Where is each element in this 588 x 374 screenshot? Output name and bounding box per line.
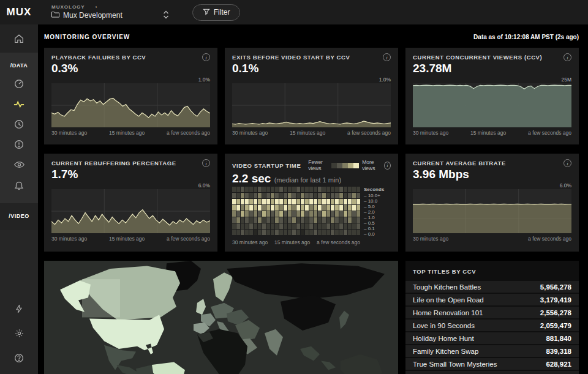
top-title-row[interactable]: Life on the Open Road3,179,419 bbox=[405, 294, 579, 305]
heatmap-cell bbox=[292, 187, 296, 192]
heatmap-cell bbox=[275, 199, 279, 204]
heatmap-axis-tick: – 1.0 bbox=[364, 215, 391, 220]
org-selector-icon[interactable] bbox=[163, 10, 169, 21]
top-title-row[interactable]: Family Kitchen Swap839,318 bbox=[405, 345, 579, 357]
area-chart[interactable] bbox=[232, 83, 391, 127]
top-title-row[interactable]: Holiday Home Hunt881,840 bbox=[405, 332, 579, 344]
heatmap-cell bbox=[232, 223, 236, 229]
heatmap-cell bbox=[335, 230, 339, 235]
map-region-china[interactable] bbox=[281, 295, 336, 331]
zap-icon[interactable] bbox=[7, 299, 31, 319]
funnel-icon bbox=[203, 8, 210, 17]
heatmap-cell bbox=[326, 217, 330, 223]
area-chart[interactable] bbox=[413, 83, 571, 127]
heatmap-cell bbox=[309, 199, 313, 204]
top-title-row[interactable]: Tough Kitchen Battles5,956,278 bbox=[405, 281, 579, 293]
heatmap-cell bbox=[262, 187, 266, 192]
gear-icon[interactable] bbox=[7, 323, 31, 343]
card-title: PLAYBACK FAILURES BY CCV bbox=[51, 54, 146, 61]
heatmap-cell bbox=[292, 199, 296, 204]
legend-fewer-label: Fewer views bbox=[308, 159, 328, 171]
startup-time-heatmap[interactable] bbox=[232, 187, 360, 237]
info-icon[interactable]: i bbox=[564, 159, 571, 167]
heatmap-cell bbox=[262, 230, 266, 235]
x-axis-label: a few seconds ago bbox=[347, 130, 391, 136]
map-region-japan[interactable] bbox=[339, 311, 349, 329]
heatmap-cell bbox=[305, 223, 309, 229]
area-chart[interactable] bbox=[51, 83, 210, 127]
alert-icon[interactable] bbox=[7, 134, 31, 154]
map-region-india[interactable] bbox=[265, 329, 283, 356]
home-icon[interactable] bbox=[7, 29, 31, 49]
heatmap-cell bbox=[284, 211, 287, 217]
heatmap-cell bbox=[232, 217, 236, 223]
map-region-usa[interactable] bbox=[89, 315, 164, 354]
card-playback-failures: PLAYBACK FAILURES BY CCV i 0.3% 1.0% 30 … bbox=[44, 48, 217, 144]
heatmap-cell bbox=[258, 193, 262, 198]
top-title-row[interactable]: Home Renovation 1012,556,278 bbox=[405, 307, 579, 318]
gauge-icon[interactable] bbox=[7, 73, 31, 94]
heatmap-cell bbox=[232, 205, 236, 211]
eye-icon[interactable] bbox=[7, 154, 31, 174]
heatmap-cell bbox=[339, 205, 343, 211]
area-chart[interactable] bbox=[413, 189, 571, 233]
heatmap-cell bbox=[305, 211, 309, 217]
heatmap-cell bbox=[318, 205, 322, 211]
heatmap-cell bbox=[232, 187, 236, 192]
map-region-russia[interactable] bbox=[227, 263, 385, 299]
map-region-australia[interactable] bbox=[341, 354, 382, 374]
top-title-row[interactable]: True Small Town Mysteries628,921 bbox=[405, 358, 579, 370]
heatmap-cell bbox=[284, 187, 287, 192]
heatmap-cell bbox=[249, 205, 253, 211]
heatmap-cell bbox=[266, 193, 270, 198]
info-icon[interactable]: i bbox=[202, 159, 210, 167]
heatmap-cell bbox=[344, 187, 347, 192]
heatmap-cell bbox=[232, 199, 236, 204]
heatmap-cell bbox=[288, 193, 292, 198]
y-axis-max: 6.0% bbox=[51, 182, 210, 189]
top-title-row[interactable] bbox=[405, 371, 579, 374]
clock-icon[interactable] bbox=[7, 114, 31, 134]
map-region-uk[interactable] bbox=[196, 299, 206, 315]
heatmap-cell bbox=[352, 205, 356, 211]
title-name: Home Renovation 101 bbox=[413, 309, 483, 316]
map-region-southeast-asia[interactable] bbox=[300, 346, 336, 370]
heatmap-cell bbox=[266, 217, 270, 223]
bell-icon[interactable] bbox=[7, 174, 31, 195]
card-value: 0.1% bbox=[232, 62, 391, 75]
help-icon[interactable] bbox=[7, 348, 31, 368]
heatmap-cell bbox=[296, 193, 300, 198]
heatmap-cell bbox=[348, 193, 352, 198]
heatmap-cell bbox=[249, 199, 253, 204]
map-region-central-america[interactable] bbox=[116, 365, 138, 374]
heatmap-cell bbox=[262, 205, 266, 211]
heatmap-cell bbox=[339, 187, 343, 192]
heatmap-cell bbox=[335, 217, 339, 223]
info-icon[interactable]: i bbox=[202, 53, 210, 61]
heatmap-cell bbox=[348, 223, 352, 229]
heatmap-cell bbox=[254, 187, 257, 192]
x-axis-labels: 30 minutes ago15 minutes agoa few second… bbox=[413, 130, 571, 136]
map-region-brazil[interactable] bbox=[152, 362, 185, 374]
activity-icon[interactable] bbox=[7, 94, 31, 114]
area-chart[interactable] bbox=[51, 189, 210, 233]
map-region-scandinavia[interactable] bbox=[213, 272, 233, 301]
filter-button[interactable]: Filter bbox=[192, 4, 241, 21]
heatmap-cell bbox=[318, 223, 322, 229]
world-map[interactable] bbox=[44, 261, 398, 374]
top-bar: MUX MUXOLOGY › Mux Development Filter bbox=[0, 0, 588, 24]
info-icon[interactable]: i bbox=[383, 53, 391, 61]
heatmap-cell bbox=[245, 217, 249, 223]
breadcrumb[interactable]: MUXOLOGY › Mux Development bbox=[51, 4, 169, 21]
heatmap-cell bbox=[258, 199, 262, 204]
top-title-row[interactable]: Love in 90 Seconds2,059,479 bbox=[405, 320, 579, 331]
heatmap-cell bbox=[292, 205, 296, 211]
info-icon[interactable]: i bbox=[564, 53, 571, 61]
heatmap-cell bbox=[322, 187, 326, 192]
heatmap-cell bbox=[326, 205, 330, 211]
info-icon[interactable]: i bbox=[384, 162, 391, 170]
heatmap-cell bbox=[271, 211, 274, 217]
y-axis-max: 6.0% bbox=[413, 182, 571, 189]
heatmap-cell bbox=[279, 217, 283, 223]
card-average-bitrate: CURRENT AVERAGE BITRATE i 3.96 Mbps 6.0%… bbox=[405, 154, 579, 252]
